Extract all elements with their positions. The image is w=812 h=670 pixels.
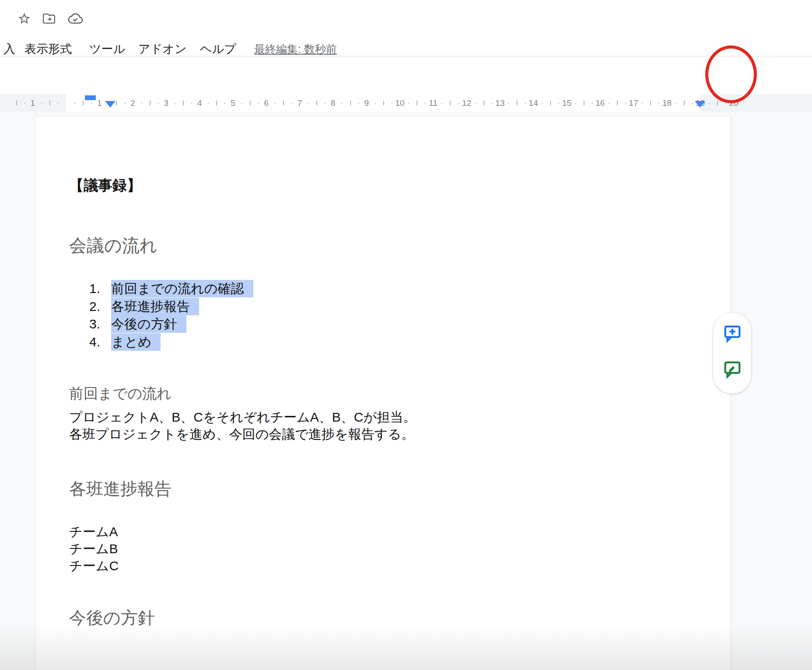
ruler-right-indent-marker[interactable] — [695, 101, 705, 108]
ruler-tick — [258, 103, 259, 104]
ruler-tick — [483, 101, 484, 105]
ruler-left-indent-marker[interactable] — [105, 101, 116, 108]
ruler-tick — [709, 103, 710, 104]
ruler-tick — [375, 103, 376, 104]
doc-team-list[interactable]: チームA チームB チームC — [69, 523, 119, 574]
ruler-tick — [208, 103, 209, 104]
ruler-tick — [383, 101, 384, 105]
ruler-tick — [492, 103, 493, 104]
ruler-tick — [158, 103, 159, 104]
ruler-tick — [350, 101, 351, 105]
team-line[interactable]: チームA — [69, 523, 119, 540]
ruler-tick — [684, 101, 685, 105]
ruler-tick — [584, 101, 584, 105]
ruler-tick — [725, 103, 726, 104]
ruler-tick — [575, 103, 576, 104]
ruler-number: 2 — [130, 98, 135, 108]
doc-paragraph[interactable]: プロジェクトA、B、CをそれぞれチームA、B、Cが担当。 各班プロジェクトを進め… — [69, 408, 416, 443]
ruler-number: 3 — [164, 98, 169, 108]
ruler-tick — [308, 103, 309, 104]
menu-item-insert-partial[interactable]: 入 — [4, 41, 15, 57]
list-item[interactable]: 4. まとめ — [36, 333, 730, 351]
ruler-tick — [558, 103, 559, 104]
doc-heading-agenda[interactable]: 会議の流れ — [69, 234, 158, 256]
ruler-tick — [316, 101, 317, 105]
selected-list-text[interactable]: 各班進捗報告 — [111, 298, 199, 315]
document-page[interactable]: 【議事録】 会議の流れ 1. 前回までの流れの確認 2. 各班進捗報告 3. 今… — [35, 116, 731, 670]
selected-list-text[interactable]: 今後の方針 — [111, 315, 186, 333]
selected-list-text[interactable]: 前回までの流れの確認 — [111, 280, 253, 297]
suggest-edits-button[interactable] — [722, 359, 743, 380]
ruler-number: 15 — [562, 98, 571, 108]
ruler-tick — [617, 101, 618, 105]
ruler-tick — [58, 103, 59, 104]
list-number: 3. — [89, 315, 100, 333]
ruler-number: 16 — [595, 98, 605, 108]
menu-bar: 入 表示形式 ツール アドオン ヘルプ 最終編集: 数秒前 — [0, 41, 812, 56]
ruler-tick — [408, 103, 409, 104]
list-item[interactable]: 3. 今後の方針 — [36, 315, 730, 333]
ruler-number: 13 — [495, 98, 504, 108]
ruler-first-line-indent-marker[interactable] — [85, 95, 96, 100]
ruler-tick — [475, 103, 476, 104]
ruler-tick — [250, 101, 251, 105]
ruler-tick — [458, 103, 459, 104]
ruler-tick — [717, 101, 718, 105]
doc-agenda-list[interactable]: 1. 前回までの流れの確認 2. 各班進捗報告 3. 今後の方針 4. まとめ — [36, 280, 730, 352]
cloud-saved-icon[interactable] — [67, 12, 84, 25]
margin-tools-pill — [713, 313, 751, 394]
menu-item-format[interactable]: 表示形式 — [24, 41, 72, 57]
selected-list-text[interactable]: まとめ — [111, 333, 161, 351]
list-item[interactable]: 1. 前回までの流れの確認 — [36, 280, 730, 297]
ruler-tick — [392, 103, 392, 104]
list-item[interactable]: 2. 各班進捗報告 — [36, 298, 730, 315]
ruler-tick — [183, 101, 184, 105]
ruler-number: 12 — [462, 98, 471, 108]
team-line[interactable]: チームB — [69, 540, 119, 557]
ruler-tick — [550, 101, 551, 105]
ruler-tick — [358, 103, 359, 104]
move-folder-icon[interactable] — [42, 12, 56, 25]
star-icon[interactable] — [18, 12, 31, 25]
doc-heading-progress[interactable]: 各班進捗報告 — [69, 478, 172, 499]
ruler-tick — [41, 103, 42, 104]
menu-item-help[interactable]: ヘルプ — [200, 41, 236, 57]
ruler-tick — [175, 103, 175, 104]
ruler-tick — [83, 101, 84, 105]
ruler-tick — [675, 103, 676, 104]
doc-heading-policy[interactable]: 今後の方針 — [69, 607, 155, 628]
paragraph-line[interactable]: プロジェクトA、B、CをそれぞれチームA、B、Cが担当。 — [69, 408, 416, 426]
ruler-number: 4 — [197, 98, 202, 108]
ruler-number: 9 — [364, 98, 369, 108]
ruler-number: 5 — [231, 98, 235, 108]
ruler-tick — [609, 103, 609, 104]
suggest-edit-icon — [722, 359, 742, 380]
ruler-tick — [650, 101, 651, 105]
ruler-tick — [242, 103, 242, 104]
ruler-number: 18 — [662, 98, 672, 108]
ruler-tick — [425, 103, 426, 104]
doc-heading-previous[interactable]: 前回までの流れ — [69, 384, 172, 403]
horizontal-ruler[interactable]: 11234567891011121314151617181920 — [0, 94, 812, 112]
ruler-number: 8 — [331, 98, 336, 108]
team-line[interactable]: チームC — [69, 557, 119, 574]
paragraph-line[interactable]: 各班プロジェクトを進め、今回の会議で進捗を報告する。 — [69, 426, 416, 443]
ruler-tick — [216, 101, 217, 105]
last-edit-link[interactable]: 最終編集: 数秒前 — [254, 42, 337, 56]
add-comment-margin-button[interactable] — [722, 323, 743, 344]
ruler-tick — [525, 103, 526, 104]
ruler-number: 1 — [97, 98, 102, 108]
toolbar: 標準テキス... Arial − 11 + B I U A — [0, 56, 812, 94]
ruler-tick — [24, 103, 25, 104]
ruler-tick — [283, 101, 284, 105]
ruler-tick — [441, 103, 442, 104]
ruler-tick — [625, 103, 626, 104]
list-number: 4. — [89, 333, 100, 351]
ruler-number: 10 — [395, 98, 404, 108]
ruler-tick — [542, 103, 542, 104]
ruler-tick — [450, 101, 451, 105]
menu-item-tools[interactable]: ツール — [89, 41, 125, 57]
ruler-tick — [150, 101, 150, 105]
doc-title[interactable]: 【議事録】 — [69, 174, 141, 197]
menu-item-addons[interactable]: アドオン — [138, 41, 187, 57]
